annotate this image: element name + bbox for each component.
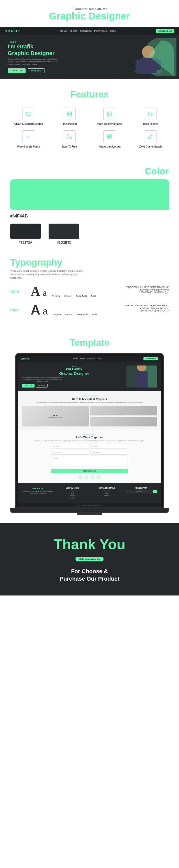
mini-portfolio-project-subtitle: Web Developer Portfolio (48, 417, 62, 418)
nav-link-home[interactable]: HOME (60, 30, 67, 32)
font-inter-lowercase: abcdefghijklmnopqrstuvwxyz (53, 307, 169, 309)
mini-form-phone[interactable]: Phone Number (90, 450, 128, 455)
font-sora-weights: Regular Medium Semi Bold Bold (52, 295, 169, 297)
dark-color-2: #2D2E32 (48, 224, 79, 244)
mini-footer-phone: Phone No. (91, 490, 123, 492)
font-inter-chars: ABCDEFGHIJKLMNOPQRSTUVWXYZ abcdefghijklm… (53, 304, 169, 316)
svg-rect-11 (70, 115, 71, 116)
header-section: Elementor Template for Graphic Designer (0, 0, 179, 27)
thankyou-badge[interactable]: @designwaveshub (75, 557, 103, 561)
mini-footer-link-portfolio[interactable]: Portfolio (57, 497, 88, 499)
main-color-swatch (10, 179, 169, 210)
mini-social-linkedin[interactable]: li (97, 475, 101, 479)
feature-google-fonts: G Free Google Fonts (10, 130, 47, 148)
thankyou-title: Thank You (5, 536, 174, 553)
font-sora-name: Sora (10, 289, 26, 294)
mini-form-firstname[interactable]: First Name (51, 444, 89, 449)
dark-color-1: #25272A (10, 224, 41, 244)
hero-preview-section: GRAFIK HOME ABOUT SERVICES PORTFOLIO SKI… (0, 27, 179, 79)
svg-rect-16 (108, 135, 109, 136)
typography-title: Typography (10, 257, 169, 268)
font-inter-regular: Regular (53, 313, 61, 316)
thankyou-section: Thank You @designwaveshub For Choose & P… (0, 523, 179, 595)
font-sora-regular: Regular (52, 295, 60, 297)
color-section: Color #64F4AB #25272A #2D2E32 (0, 158, 179, 249)
svg-text:G: G (27, 135, 29, 139)
svg-rect-9 (70, 112, 71, 114)
mini-hero-buttons: CONTACT ME MORE INFO (22, 384, 126, 388)
mini-hero-contact-btn[interactable]: CONTACT ME (22, 384, 35, 388)
font-sora-nums: 1234567890~!@#$%^&*()_+ (52, 291, 169, 293)
font-sora-bold: Bold (91, 295, 96, 297)
mini-hero-desc: It is strange that photographer spends o… (22, 377, 63, 383)
mini-hero: HELLO I'm Grafik Graphic Designer It is … (18, 362, 161, 391)
header-title: Graphic Designer (5, 11, 174, 22)
mini-portfolio-right-imgs (90, 406, 157, 427)
mini-footer-email-input[interactable]: Your Email (125, 490, 153, 493)
dark-color-2-swatch (48, 224, 79, 239)
nav-logo: GRAFIK (5, 29, 21, 33)
font-sora-row: Sora A a ABCDEFGHIJKLMNOPQRSTUVWXYZ abcd… (10, 285, 169, 298)
font-inter-semibold: Semi Bold (77, 313, 88, 316)
mini-form-submit-btn[interactable]: SEND MESSAGE (51, 469, 128, 473)
mini-social-instagram[interactable]: in (91, 475, 95, 479)
mini-footer-link-services[interactable]: Services (57, 495, 88, 496)
mini-social-facebook[interactable]: f (78, 475, 82, 479)
laptop-mockup: GRAFIK HOME ABOUT CONTACT BLOG CONTACT M… (15, 353, 164, 508)
mini-nav-contact-button[interactable]: CONTACT ME (143, 357, 158, 360)
mini-social-twitter[interactable]: t (84, 475, 88, 479)
easy-to-use-icon (63, 130, 76, 143)
font-sora-medium: Medium (64, 295, 72, 297)
mini-hero-name-line1: I'm Grafik (66, 367, 82, 371)
svg-point-20 (137, 366, 146, 372)
mini-footer-link-about[interactable]: About (57, 493, 88, 494)
font-inter-row: Inter A a ABCDEFGHIJKLMNOPQRSTUVWXYZ abc… (10, 303, 169, 317)
nav-link-skill[interactable]: SKILL (110, 30, 116, 32)
hero-name: I'm Grafik Graphic Designer (8, 43, 123, 56)
mini-footer-tagline: A passionate UI/UX designer and develope… (22, 491, 54, 494)
nav-link-services[interactable]: SERVICES (80, 30, 92, 32)
hero-image (123, 40, 174, 74)
nav-link-about[interactable]: ABOUT (70, 30, 77, 32)
mini-footer-link-home[interactable]: Home (57, 490, 88, 492)
font-inter-bold: Bold (92, 313, 97, 316)
font-inter-weights: Regular Medium Semi Bold Bold (53, 313, 169, 316)
mini-footer: GRAFIK A passionate UI/UX designer and d… (18, 483, 161, 503)
mini-nav-blog: BLOG (97, 358, 101, 360)
clean-modern-icon (22, 107, 35, 120)
mini-footer-subscribe-btn[interactable]: → (153, 490, 157, 493)
feature-organized-layout-label: Organized Layout (99, 145, 120, 148)
thankyou-subtitle: For Choose & Purchase Our Product (5, 568, 174, 582)
mini-contact-title: Let's Work Together (22, 436, 157, 439)
svg-rect-8 (67, 112, 69, 114)
hero-more-button[interactable]: MORE INFO (28, 68, 44, 73)
feature-customizable: 100% Customizable (132, 130, 169, 148)
mini-footer-email: Email (91, 493, 123, 494)
feature-easy-to-use: Easy-To-Use (51, 130, 88, 148)
mini-form-lastname[interactable]: Last Name (90, 444, 128, 449)
font-sora-sample: A a (31, 285, 47, 298)
mini-form-message[interactable]: Message (51, 456, 128, 466)
feature-organized-layout: Organized Layout (92, 130, 129, 148)
mini-form-email[interactable]: Email Address (51, 450, 89, 455)
typography-section: Typography Typography in web design is p… (0, 249, 179, 330)
font-sora-small-a: a (43, 288, 47, 298)
font-inter-uppercase: ABCDEFGHIJKLMNOPQRSTUVWXYZ (53, 304, 169, 307)
feature-pixel-perfect-label: Pixel Perfect (62, 122, 77, 125)
feature-dark-theme-label: Dark Theme (143, 122, 158, 125)
feature-clean-modern-label: Clean & Modern Design (14, 122, 43, 125)
font-inter-sample: A a (31, 303, 48, 317)
mini-social-icons: f t in li (22, 475, 157, 479)
nav-link-portfolio[interactable]: PORTFOLIO (94, 30, 107, 32)
nav-contact-button[interactable]: CONTACT ME (156, 29, 174, 33)
dark-color-1-hex: #25272A (19, 241, 33, 244)
nav-bar: GRAFIK HOME ABOUT SERVICES PORTFOLIO SKI… (0, 27, 179, 35)
hero-name-line1: I'm Grafik (8, 43, 34, 50)
hero-contact-button[interactable]: CONTACT ME (8, 68, 26, 73)
hero-hello: HELLO (8, 41, 123, 43)
font-sora-uppercase: ABCDEFGHIJKLMNOPQRSTUVWXYZ (52, 286, 169, 288)
laptop-stand (77, 513, 102, 515)
mini-portfolio-sm-img-2 (90, 417, 157, 427)
mini-hero-more-btn[interactable]: MORE INFO (36, 384, 47, 388)
mini-contact: — CONTACT — Let's Work Together Lorem Ip… (18, 430, 161, 483)
